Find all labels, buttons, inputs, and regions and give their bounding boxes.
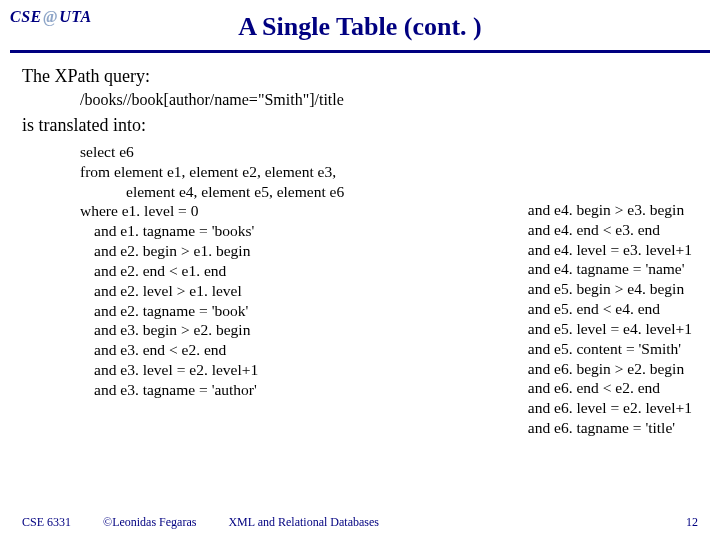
sql-line: from element e1, element e2, element e3, (80, 162, 344, 182)
logo-prefix: CSE (10, 8, 42, 25)
sql-line: and e6. end < e2. end (528, 378, 692, 398)
sql-line: element e4, element e5, element e6 (80, 182, 344, 202)
intro-line-2: is translated into: (22, 114, 698, 137)
sql-line: and e1. tagname = 'books' (80, 221, 344, 241)
xpath-query: /books//book[author/name="Smith"]/title (80, 90, 698, 110)
divider (10, 50, 710, 53)
footer: CSE 6331 ©Leonidas Fegaras XML and Relat… (22, 515, 698, 530)
sql-line: and e3. end < e2. end (80, 340, 344, 360)
sql-line: and e2. tagname = 'book' (80, 301, 344, 321)
logo: CSE@UTA (10, 8, 92, 26)
intro-line-1: The XPath query: (22, 65, 698, 88)
sql-line: and e3. level = e2. level+1 (80, 360, 344, 380)
sql-line: and e6. begin > e2. begin (528, 359, 692, 379)
sql-line: and e5. content = 'Smith' (528, 339, 692, 359)
body: The XPath query: /books//book[author/nam… (0, 65, 720, 438)
sql-line: and e3. tagname = 'author' (80, 380, 344, 400)
slide: CSE@UTA A Single Table (cont. ) The XPat… (0, 0, 720, 540)
logo-suffix: UTA (59, 8, 92, 25)
page-title: A Single Table (cont. ) (0, 6, 720, 50)
sql-columns: select e6 from element e1, element e2, e… (22, 142, 698, 438)
sql-line: and e5. begin > e4. begin (528, 279, 692, 299)
sql-line: and e2. begin > e1. begin (80, 241, 344, 261)
header: CSE@UTA A Single Table (cont. ) (0, 0, 720, 53)
sql-line: and e6. tagname = 'title' (528, 418, 692, 438)
sql-line: and e4. tagname = 'name' (528, 259, 692, 279)
sql-left: select e6 from element e1, element e2, e… (80, 142, 344, 400)
sql-line: and e2. end < e1. end (80, 261, 344, 281)
sql-line: and e4. level = e3. level+1 (528, 240, 692, 260)
sql-line: and e4. begin > e3. begin (528, 200, 692, 220)
sql-line: and e4. end < e3. end (528, 220, 692, 240)
sql-line: select e6 (80, 142, 344, 162)
footer-copyright: ©Leonidas Fegaras (103, 515, 196, 530)
sql-line: and e3. begin > e2. begin (80, 320, 344, 340)
sql-line: and e5. end < e4. end (528, 299, 692, 319)
sql-line: and e5. level = e4. level+1 (528, 319, 692, 339)
sql-line: where e1. level = 0 (80, 201, 344, 221)
sql-line: and e2. level > e1. level (80, 281, 344, 301)
at-icon: @ (43, 8, 58, 26)
footer-course: CSE 6331 (22, 515, 71, 530)
sql-right: and e4. begin > e3. begin and e4. end < … (528, 142, 698, 438)
sql-line: and e6. level = e2. level+1 (528, 398, 692, 418)
footer-topic: XML and Relational Databases (228, 515, 379, 530)
footer-page-number: 12 (686, 515, 698, 530)
